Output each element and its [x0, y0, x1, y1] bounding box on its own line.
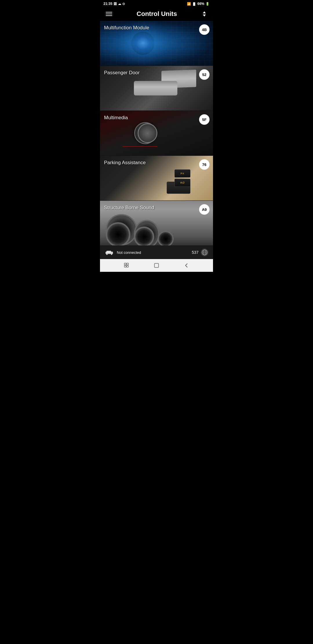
sort-button[interactable] [200, 10, 208, 18]
home-button[interactable] [154, 263, 159, 268]
card-multimedia[interactable]: Multimedia 5F [100, 111, 213, 156]
sync-icon: ⊙ [122, 2, 125, 6]
cards-container: Multifunction Module 4B Passenger Door 5… [100, 21, 213, 246]
status-bar-right: 📶 ▐▌ 66% 🔋 [187, 2, 210, 6]
card-label-sound: Structure Borne Sound [104, 205, 154, 211]
svg-marker-0 [203, 11, 206, 13]
svg-rect-13 [124, 265, 126, 267]
back-icon [183, 263, 189, 268]
card-badge-parking: 76 [199, 159, 210, 170]
recents-button[interactable] [124, 263, 130, 268]
svg-point-5 [111, 254, 112, 255]
car-icon [105, 250, 114, 255]
card-label-passenger: Passenger Door [104, 70, 140, 76]
card-label-parking: Parking Assistance [104, 160, 146, 166]
svg-rect-14 [127, 265, 128, 267]
status-bar: 21:35 🖼 ☁ ⊙ 📶 ▐▌ 66% 🔋 [100, 0, 213, 7]
android-nav-bar [100, 259, 213, 272]
mmi-knob-visual [138, 123, 157, 143]
status-bar-left: 21:35 🖼 ☁ ⊙ [103, 2, 125, 6]
globe-svg [202, 249, 208, 255]
card-label-multimedia: Multimedia [104, 115, 128, 121]
exhaust-visuals [106, 222, 174, 246]
page-title: Control Units [137, 10, 177, 18]
wifi-icon: 📶 [187, 2, 191, 6]
card-badge-multimedia: 5F [199, 114, 210, 125]
signal-icon: ▐▌ [192, 2, 196, 6]
connection-status-section: Not connected [105, 250, 141, 255]
red-accent [123, 146, 157, 147]
svg-rect-11 [124, 263, 126, 265]
sort-icon-svg [201, 10, 208, 17]
globe-icon [201, 249, 208, 256]
svg-marker-1 [203, 15, 206, 17]
card-multifunction-module[interactable]: Multifunction Module 4B [100, 21, 213, 66]
card-passenger-door[interactable]: Passenger Door 52 [100, 66, 213, 111]
item-count: 537 [192, 250, 199, 255]
card-structure-borne-sound[interactable]: Structure Borne Sound A9 [100, 201, 213, 246]
door-handle-visual [134, 81, 177, 95]
svg-rect-3 [106, 251, 111, 252]
card-badge-sound: A9 [199, 204, 210, 215]
park-buttons-visual: P∧ R∅ [174, 169, 190, 187]
recents-icon [124, 263, 130, 268]
back-button[interactable] [183, 263, 189, 268]
cloud-icon: ☁ [118, 2, 121, 6]
card-badge-multifunction: 4B [199, 24, 210, 35]
battery-icon: 🔋 [205, 2, 210, 6]
svg-point-4 [106, 254, 108, 255]
svg-rect-15 [154, 263, 159, 267]
home-icon [154, 263, 159, 268]
menu-button[interactable] [105, 11, 113, 17]
connection-status-text: Not connected [117, 250, 141, 255]
card-badge-passenger: 52 [199, 69, 210, 80]
bottom-status-bar: Not connected 537 [100, 246, 213, 259]
card-parking-assistance[interactable]: P∧ R∅ Parking Assistance 76 [100, 156, 213, 201]
app-header: Control Units [100, 7, 213, 21]
count-section: 537 [192, 249, 208, 256]
battery-display: 66% [197, 2, 204, 6]
svg-rect-12 [127, 263, 128, 265]
card-label-multifunction: Multifunction Module [104, 25, 149, 31]
photo-icon: 🖼 [114, 2, 117, 6]
time-display: 21:35 [103, 2, 112, 6]
